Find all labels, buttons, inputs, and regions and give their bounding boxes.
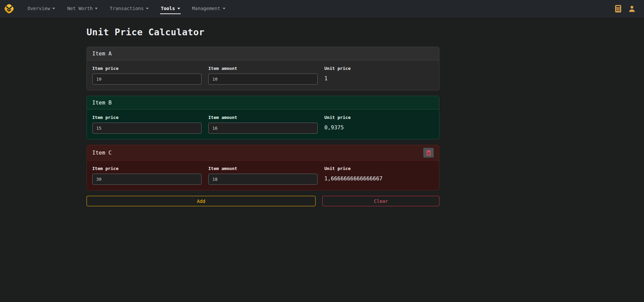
add-button[interactable]: Add: [87, 196, 316, 206]
user-icon: [628, 5, 636, 13]
item-amount-field: Item amount: [208, 66, 318, 85]
card-body: Item price Item amount Unit price 0,9375: [87, 110, 439, 139]
item-price-label: Item price: [92, 66, 202, 71]
nav-item-label: Management: [192, 6, 220, 11]
user-menu-button[interactable]: [628, 5, 636, 13]
unit-price-value: 1,6666666666666667: [324, 174, 434, 182]
page-title: Unit Price Calculator: [87, 27, 439, 37]
unit-price-label: Unit price: [324, 66, 434, 71]
item-amount-input[interactable]: [208, 174, 318, 185]
item-card-c: Item C Item price: [87, 145, 439, 190]
unit-price-label: Unit price: [324, 115, 434, 120]
item-amount-label: Item amount: [208, 115, 318, 120]
nav-item-tools[interactable]: Tools: [160, 4, 180, 14]
nav-item-management[interactable]: Management: [192, 4, 226, 14]
caret-down-icon: [223, 8, 225, 9]
caret-down-icon: [95, 8, 98, 9]
item-price-input[interactable]: [92, 123, 202, 134]
item-price-field: Item price: [92, 115, 202, 134]
main-content: Unit Price Calculator Item A Item price …: [87, 17, 439, 206]
card-title: Item B: [92, 99, 112, 106]
item-amount-input[interactable]: [208, 123, 318, 134]
card-body: Item price Item amount Unit price 1: [87, 60, 439, 90]
calculator-button[interactable]: [614, 5, 622, 13]
item-amount-field: Item amount: [208, 115, 318, 134]
main-nav: Overview Net Worth Transactions Tools Ma…: [21, 0, 231, 17]
unit-price-field: Unit price 0,9375: [324, 115, 434, 134]
item-amount-field: Item amount: [208, 166, 318, 185]
item-price-label: Item price: [92, 115, 202, 120]
nav-item-net-worth[interactable]: Net Worth: [66, 4, 98, 14]
actions-row: Add Clear: [87, 196, 439, 206]
item-card-a: Item A Item price Item amount Unit price…: [87, 47, 439, 90]
item-card-b: Item B Item price Item amount Unit price…: [87, 96, 439, 139]
item-price-input[interactable]: [92, 174, 202, 185]
navbar-right-icons: [614, 5, 636, 13]
clear-button[interactable]: Clear: [322, 196, 439, 206]
nav-item-transactions[interactable]: Transactions: [109, 4, 149, 14]
item-price-field: Item price: [92, 166, 202, 185]
nav-item-overview[interactable]: Overview: [27, 4, 56, 14]
caret-down-icon: [177, 8, 180, 9]
nav-item-label: Net Worth: [67, 6, 93, 11]
item-amount-label: Item amount: [208, 166, 318, 171]
calculator-icon: [614, 5, 622, 13]
item-price-label: Item price: [92, 166, 202, 171]
gold-diamond-chevrons-logo-icon: [3, 2, 15, 15]
nav-item-label: Tools: [161, 6, 175, 11]
card-body: Item price Item amount Unit price 1,6666…: [87, 161, 439, 190]
item-amount-input[interactable]: [208, 74, 318, 85]
caret-down-icon: [52, 8, 55, 9]
unit-price-value: 1: [324, 74, 434, 82]
card-title: Item C: [92, 149, 112, 156]
item-price-input[interactable]: [92, 74, 202, 85]
item-amount-label: Item amount: [208, 66, 318, 71]
nav-item-label: Overview: [28, 6, 50, 11]
brand-logo[interactable]: [3, 2, 15, 15]
item-price-field: Item price: [92, 66, 202, 85]
card-header: Item B: [87, 96, 439, 110]
top-navbar: Overview Net Worth Transactions Tools Ma…: [0, 0, 644, 17]
unit-price-field: Unit price 1,6666666666666667: [324, 166, 434, 185]
trash-icon: [426, 150, 431, 156]
card-title: Item A: [92, 50, 112, 57]
delete-item-button[interactable]: [423, 148, 434, 158]
card-header: Item C: [87, 145, 439, 161]
nav-item-label: Transactions: [110, 6, 144, 11]
caret-down-icon: [146, 8, 149, 9]
unit-price-value: 0,9375: [324, 123, 434, 131]
card-header: Item A: [87, 47, 439, 60]
unit-price-field: Unit price 1: [324, 66, 434, 85]
unit-price-label: Unit price: [324, 166, 434, 171]
